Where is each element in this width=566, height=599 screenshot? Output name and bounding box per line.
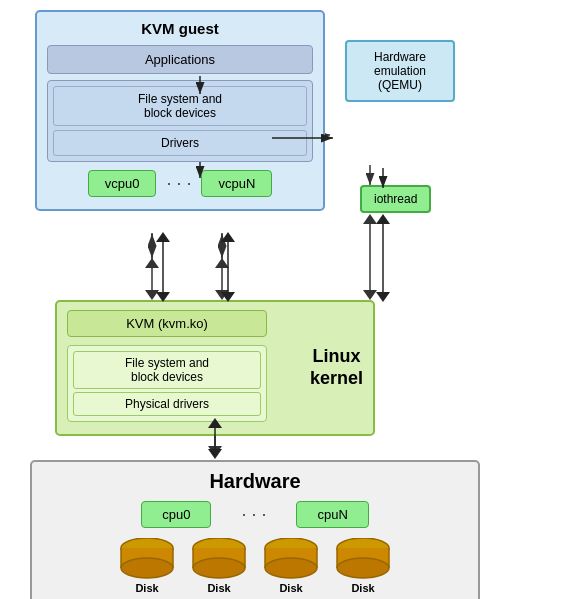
svg-marker-16	[215, 290, 229, 300]
kernel-inner-box: File system andblock devices Physical dr…	[67, 345, 267, 422]
iothread-box: iothread	[360, 185, 431, 213]
diagram: KVM guest Applications File system andbl…	[0, 0, 566, 599]
disk-3-icon	[263, 538, 319, 580]
cpu-row: cpu0 · · · cpuN	[42, 501, 468, 528]
svg-marker-13	[145, 290, 159, 300]
kvm-guest-label: KVM guest	[47, 20, 313, 37]
disk-4-icon	[335, 538, 391, 580]
svg-point-33	[193, 558, 245, 578]
hardware-label: Hardware	[42, 470, 468, 493]
filesystem-box: File system andblock devices	[53, 86, 307, 126]
svg-marker-55	[221, 232, 235, 242]
hardware-box: Hardware cpu0 · · · cpuN	[30, 460, 480, 599]
disk-4: Disk	[335, 538, 391, 594]
disk-3-label: Disk	[279, 582, 302, 594]
fs-drivers-container: File system andblock devices Drivers	[47, 80, 313, 162]
svg-marker-17	[215, 258, 229, 268]
disk-4-label: Disk	[351, 582, 374, 594]
hw-emulation-box: Hardwareemulation(QEMU)	[345, 40, 455, 102]
disk-2-icon	[191, 538, 247, 580]
vcpun-box: vcpuN	[201, 170, 272, 197]
svg-marker-58	[376, 214, 390, 224]
disk-row: Disk Disk	[42, 538, 468, 594]
kernel-fs-box: File system andblock devices	[73, 351, 261, 389]
cpu0-box: cpu0	[141, 501, 211, 528]
svg-point-38	[265, 558, 317, 578]
svg-point-43	[337, 558, 389, 578]
svg-marker-22	[208, 446, 222, 456]
hardware-section: Hardware cpu0 · · · cpuN	[30, 460, 480, 599]
disk-1: Disk	[119, 538, 175, 594]
cpun-box: cpuN	[296, 501, 368, 528]
kvm-guest-box: KVM guest Applications File system andbl…	[35, 10, 325, 211]
kvm-ko-box: KVM (kvm.ko)	[67, 310, 267, 337]
kernel-physical-box: Physical drivers	[73, 392, 261, 416]
svg-marker-52	[156, 232, 170, 242]
applications-box: Applications	[47, 45, 313, 74]
linux-kernel-label: Linuxkernel	[310, 346, 363, 389]
vcpu-dots: · · ·	[166, 173, 191, 194]
disk-3: Disk	[263, 538, 319, 594]
svg-marker-19	[363, 290, 377, 300]
disk-1-label: Disk	[135, 582, 158, 594]
svg-marker-60	[208, 449, 222, 459]
disk-2-label: Disk	[207, 582, 230, 594]
linux-kernel-section: KVM (kvm.ko) File system andblock device…	[55, 300, 435, 436]
drivers-box: Drivers	[53, 130, 307, 156]
vcpu-row: vcpu0 · · · vcpuN	[47, 170, 313, 197]
cpu-dots: · · ·	[241, 504, 266, 525]
vcpu0-box: vcpu0	[88, 170, 157, 197]
svg-point-28	[121, 558, 173, 578]
svg-marker-14	[145, 258, 159, 268]
linux-kernel-box: KVM (kvm.ko) File system andblock device…	[55, 300, 375, 436]
disk-2: Disk	[191, 538, 247, 594]
disk-1-icon	[119, 538, 175, 580]
svg-marker-20	[363, 214, 377, 224]
